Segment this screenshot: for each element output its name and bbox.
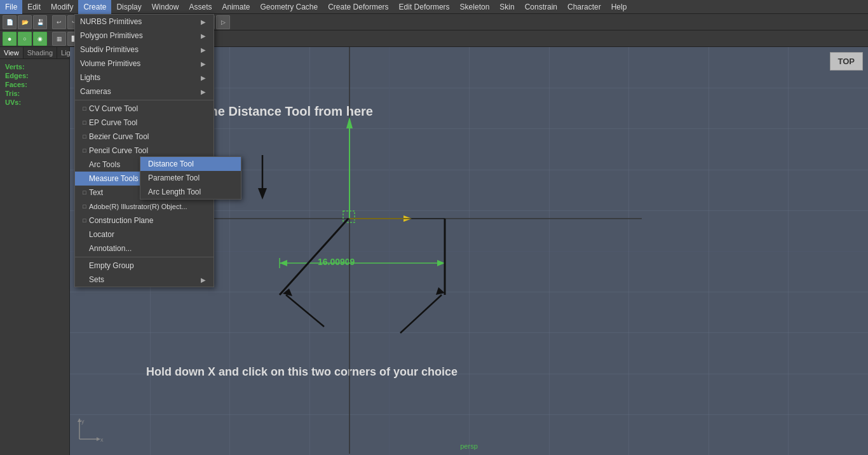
menu-sets[interactable]: Sets ▶ <box>75 273 214 287</box>
create-menu: NURBS Primitives ▶ Polygon Primitives ▶ … <box>74 14 214 287</box>
cameras-arrow: ▶ <box>201 88 206 95</box>
tb-render2[interactable]: ◉ <box>33 32 47 46</box>
menubar: File Edit Modify Create Display Window A… <box>0 0 868 14</box>
cv-label: CV Curve Tool <box>89 104 206 113</box>
illus-label: Adobe(R) Illustrator(R) Object... <box>89 203 206 210</box>
svg-line-17 <box>400 295 442 333</box>
subdiv-arrow: ▶ <box>201 46 206 53</box>
tab-shading[interactable]: Shading <box>24 47 57 58</box>
arc-length-tool-label: Arc Length Tool <box>148 187 201 196</box>
loc-label: Locator <box>89 230 206 239</box>
svg-marker-3 <box>346 117 353 128</box>
menu-edit-deformers[interactable]: Edit Deformers <box>394 0 455 14</box>
menu-skeleton[interactable]: Skeleton <box>455 0 495 14</box>
tb-file-open[interactable]: 📂 <box>18 15 32 29</box>
menu-skin[interactable]: Skin <box>494 0 519 14</box>
subdiv-label: Subdiv Primitives <box>80 45 139 54</box>
tb-file-new[interactable]: 📄 <box>3 15 17 29</box>
menu-create-deformers[interactable]: Create Deformers <box>323 0 393 14</box>
menu-assets[interactable]: Assets <box>184 0 217 14</box>
volume-label: Volume Primitives <box>80 59 140 68</box>
x-axis-label: x <box>100 437 104 443</box>
menu-bezier-curve[interactable]: □ Bezier Curve Tool <box>75 130 214 144</box>
svg-marker-5 <box>403 215 412 222</box>
left-panel: View Shading Lig... Verts: Edges: Faces:… <box>0 47 70 455</box>
svg-marker-20 <box>258 188 267 200</box>
menu-empty-group[interactable]: Empty Group <box>75 259 214 273</box>
tb-undo[interactable]: ↩ <box>52 15 66 29</box>
menu-modify[interactable]: Modify <box>46 0 78 14</box>
ep-label: EP Curve Tool <box>89 118 206 127</box>
tb-sphere[interactable]: ● <box>3 32 17 46</box>
tris-label: Tris: <box>5 90 20 97</box>
sep-1 <box>75 100 214 100</box>
text-check: □ <box>80 189 89 196</box>
menu-constrain[interactable]: Constrain <box>520 0 562 14</box>
y-axis-label: y <box>81 418 85 424</box>
menu-nurbs-primitives[interactable]: NURBS Primitives ▶ <box>75 15 214 29</box>
ann-label: Annotation... <box>89 244 206 253</box>
menu-cameras[interactable]: Cameras ▶ <box>75 85 214 98</box>
distance-label: 16.00909 <box>318 257 355 267</box>
menu-window[interactable]: Window <box>147 0 184 14</box>
nurbs-label: NURBS Primitives <box>80 17 142 26</box>
tb-sphere2[interactable]: ○ <box>18 32 32 46</box>
ep-check: □ <box>80 119 89 126</box>
menu-volume-primitives[interactable]: Volume Primitives ▶ <box>75 57 214 71</box>
uvs-label: UVs: <box>5 98 21 106</box>
menu-pencil-curve[interactable]: □ Pencil Curve Tool <box>75 144 214 158</box>
menu-create[interactable]: Create <box>78 0 111 14</box>
cp-label: Construction Plane <box>89 216 206 225</box>
eg-label: Empty Group <box>89 261 206 270</box>
submenu-arc-length-tool[interactable]: Arc Length Tool <box>140 185 241 199</box>
volume-arrow: ▶ <box>201 60 206 67</box>
parameter-tool-label: Parameter Tool <box>148 173 200 182</box>
menu-lights[interactable]: Lights ▶ <box>75 71 214 85</box>
cv-check: □ <box>80 105 89 112</box>
nurbs-arrow: ▶ <box>201 18 206 25</box>
viewport-label: persp <box>460 442 478 450</box>
illus-check: □ <box>80 203 89 210</box>
menu-animate[interactable]: Animate <box>217 0 255 14</box>
xy-indicator: x y <box>76 417 102 442</box>
svg-marker-18 <box>436 287 445 295</box>
left-panel-tabs: View Shading Lig... <box>0 47 69 59</box>
edges-label: Edges: <box>5 72 29 79</box>
sets-arrow: ▶ <box>201 276 206 283</box>
sets-label: Sets <box>89 275 201 284</box>
polygon-arrow: ▶ <box>201 32 206 39</box>
faces-label: Faces: <box>5 81 27 88</box>
menu-locator[interactable]: Locator <box>75 228 214 241</box>
menu-annotation[interactable]: Annotation... <box>75 241 214 255</box>
menu-construction-plane[interactable]: □ Construction Plane <box>75 214 214 228</box>
menu-display[interactable]: Display <box>111 0 146 14</box>
tb-ipr[interactable]: ▷ <box>216 15 230 29</box>
svg-rect-11 <box>343 211 355 222</box>
menu-edit[interactable]: Edit <box>22 0 46 14</box>
submenu-distance-tool[interactable]: Distance Tool <box>140 157 241 171</box>
svg-line-15 <box>286 295 324 327</box>
cp-check: □ <box>80 217 89 224</box>
menu-ep-curve[interactable]: □ EP Curve Tool <box>75 116 214 130</box>
menu-help[interactable]: Help <box>606 0 632 14</box>
tb-display-mode[interactable]: ▦ <box>52 32 66 46</box>
tab-view[interactable]: View <box>0 47 24 58</box>
verts-label: Verts: <box>5 63 25 71</box>
menu-cv-curve[interactable]: □ CV Curve Tool <box>75 102 214 116</box>
submenu-parameter-tool[interactable]: Parameter Tool <box>140 171 241 185</box>
menu-file[interactable]: File <box>0 0 22 14</box>
menu-geometry-cache[interactable]: Geometry Cache <box>255 0 323 14</box>
create-dropdown: NURBS Primitives ▶ Polygon Primitives ▶ … <box>74 14 214 287</box>
menu-polygon-primitives[interactable]: Polygon Primitives ▶ <box>75 29 214 43</box>
menu-subdiv-primitives[interactable]: Subdiv Primitives ▶ <box>75 43 214 57</box>
lights-arrow: ▶ <box>201 74 206 81</box>
menu-character[interactable]: Character <box>562 0 606 14</box>
measure-submenu: Distance Tool Parameter Tool Arc Length … <box>140 156 241 200</box>
bezier-check: □ <box>80 133 89 140</box>
cameras-label: Cameras <box>80 87 111 96</box>
stats-panel: Verts: Edges: Faces: Tris: UVs: <box>0 59 69 111</box>
distance-tool-label: Distance Tool <box>148 160 194 168</box>
menu-illustrator[interactable]: □ Adobe(R) Illustrator(R) Object... <box>75 200 214 214</box>
tb-file-save[interactable]: 💾 <box>33 15 47 29</box>
polygon-label: Polygon Primitives <box>80 31 143 40</box>
